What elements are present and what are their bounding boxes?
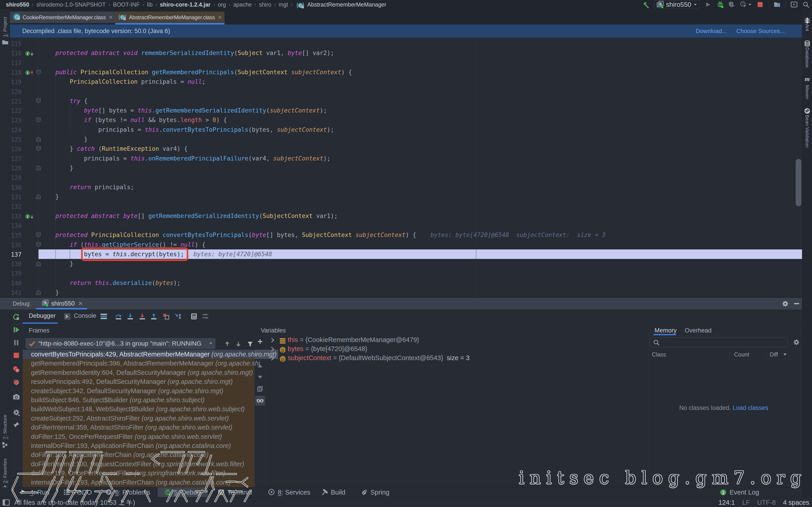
variable-size-hint: size = 3 — [443, 354, 470, 361]
ui-element: Maven — [802, 87, 812, 97]
ui-element — [791, 1, 798, 8]
toolbar-separator — [785, 1, 786, 8]
toolwindow-button-label: Build — [331, 489, 346, 496]
ui-element — [804, 17, 811, 24]
ui-element — [783, 353, 787, 357]
event-log-button[interactable]: 1Event Log — [720, 487, 759, 497]
code-token: ); — [327, 126, 334, 133]
sort-direction-icon — [783, 353, 787, 357]
file-encoding[interactable]: UTF-8 — [757, 499, 776, 506]
event-log-icon: 1 — [720, 489, 726, 496]
debugger-inline-hint: bytes: byte[4720]@6548 subjectContext: s… — [430, 230, 606, 240]
toolwindows-icon[interactable] — [773, 1, 781, 8]
ui-element: 1 — [720, 489, 726, 496]
svg-text:m: m — [805, 75, 810, 82]
variable-name: bytes — [288, 345, 303, 352]
tab-memory[interactable]: Memory — [655, 327, 677, 334]
download-link[interactable]: Download... — [696, 27, 727, 35]
leaf-icon — [361, 489, 367, 496]
memory-empty-text: No classes loaded. — [679, 404, 731, 411]
database-icon — [804, 40, 811, 47]
editor-scrollbar-thumb[interactable] — [796, 159, 801, 206]
ui-element — [642, 1, 650, 8]
load-classes-link[interactable]: Load classes — [733, 404, 768, 411]
ui-element — [803, 1, 809, 8]
run-anything-icon[interactable] — [791, 1, 798, 8]
indent-style[interactable]: 4 spaces — [783, 499, 809, 506]
toolbar-separator — [768, 1, 769, 8]
ui-element: Database — [802, 53, 812, 62]
chevron-down-icon — [748, 3, 752, 7]
line-separator[interactable]: LF — [742, 499, 750, 506]
code-token: SubjectContext — [302, 232, 352, 238]
debug-button-icon[interactable] — [717, 1, 724, 8]
ui-element — [740, 1, 747, 8]
blog-watermark: initsec blog.gm7.org — [519, 468, 807, 488]
ui-element: C — [297, 2, 304, 9]
breadcrumb-item-abstractremembermemanager[interactable]: AbstractRememberMeManager — [307, 1, 386, 8]
link: Download... Choose Sources... — [696, 27, 785, 35]
toolbar-right: shiro550 — [642, 0, 809, 9]
code-token: ); — [320, 107, 327, 114]
variable-value: = {DefaultWebSubjectContext@6543} — [331, 354, 443, 361]
column-class[interactable]: Class — [652, 351, 666, 358]
stripe-label: Ant — [802, 24, 812, 31]
panel-divider — [730, 350, 730, 360]
variable-row-this[interactable]: this = {CookieRememberMeManager@6479} — [288, 336, 419, 344]
coverage-button-icon[interactable] — [728, 1, 735, 8]
search-everywhere-icon[interactable] — [803, 1, 809, 8]
column-diff[interactable]: Diff — [770, 351, 778, 358]
ascii-art-watermark — [0, 0, 283, 507]
toolwindow-button-spring[interactable]: Spring — [361, 487, 390, 497]
stripe-label: Bean Validation — [802, 115, 812, 148]
maven-icon: m — [804, 75, 811, 82]
ui-element: m — [804, 75, 811, 82]
event-log-label: Event Log — [729, 489, 759, 496]
ant-icon — [804, 17, 811, 24]
ui-element — [653, 339, 659, 345]
memory-settings-gear-icon[interactable] — [793, 339, 800, 346]
code-token: subjectContext — [291, 69, 341, 75]
debug-settings-gear-icon[interactable] — [782, 300, 789, 308]
variable-value: = {byte[4720]@6548} — [303, 345, 367, 352]
memory-empty-state: No classes loaded. Load classes — [679, 404, 768, 411]
svg-text:C: C — [299, 3, 302, 7]
run-config-name: shiro550 — [666, 1, 691, 8]
ui-element — [804, 40, 811, 47]
stop-button-icon[interactable] — [757, 1, 764, 8]
build-hammer-icon[interactable] — [642, 1, 650, 8]
bean-icon — [804, 108, 811, 114]
ui-element — [793, 300, 800, 307]
svg-text:1: 1 — [722, 490, 724, 496]
ui-element — [757, 1, 764, 8]
variable-name: this — [288, 336, 298, 343]
ui-element — [694, 3, 697, 7]
profiler-button[interactable] — [740, 1, 752, 8]
hide-panel-icon[interactable] — [793, 300, 800, 307]
code-token: [] var2); — [302, 50, 334, 56]
class-icon: C — [297, 2, 304, 9]
run-config-selector[interactable]: shiro550 — [655, 0, 700, 9]
ui-element — [804, 108, 811, 114]
caret-position[interactable]: 124:1 — [718, 499, 735, 506]
code-token: subjectContext — [355, 232, 406, 238]
toolwindow-button-label: Spring — [370, 489, 390, 496]
ui-element — [748, 3, 752, 7]
ui-element — [321, 489, 328, 496]
ui-element — [728, 1, 735, 8]
profiler-clock-icon — [740, 1, 747, 8]
variable-row-subjectContext[interactable]: subjectContext = {DefaultWebSubjectConte… — [288, 354, 470, 362]
toolwindow-button-build[interactable]: Build — [321, 487, 346, 497]
tab-overhead[interactable]: Overhead — [685, 327, 712, 334]
panel-divider — [766, 350, 766, 360]
variable-row-bytes[interactable]: bytes = {byte[4720]@6548} — [288, 345, 367, 353]
code-token — [352, 232, 355, 238]
choose-sources-link[interactable]: Choose Sources... — [736, 27, 785, 35]
column-count[interactable]: Count — [734, 351, 749, 358]
run-button-icon[interactable] — [704, 1, 712, 8]
ui-element — [361, 489, 367, 496]
ui-element: Bean Validation — [802, 126, 812, 136]
ui-element: Ant — [802, 23, 812, 33]
gear-icon — [782, 300, 789, 307]
memory-search-input[interactable] — [650, 337, 788, 347]
